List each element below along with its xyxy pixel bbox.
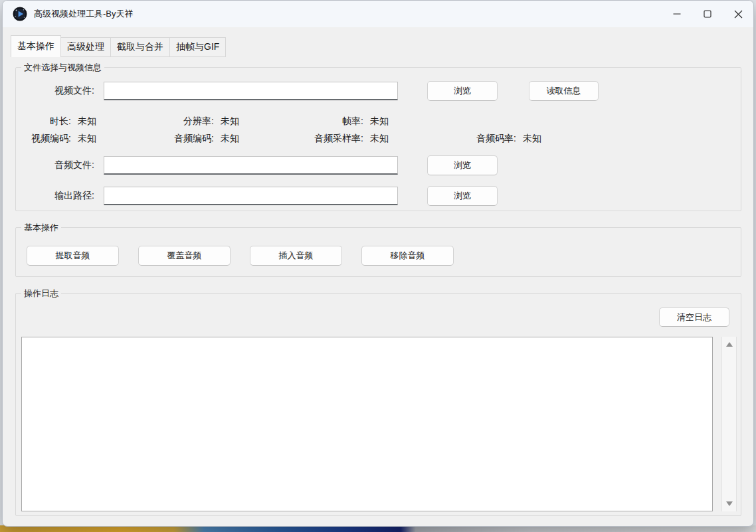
minimize-button[interactable] bbox=[662, 1, 692, 27]
resolution-label: 分辨率: bbox=[164, 116, 214, 128]
operation-log-group-title: 操作日志 bbox=[21, 288, 61, 299]
basic-operations-group: 基本操作 提取音频 覆盖音频 插入音频 移除音频 bbox=[15, 227, 741, 277]
framerate-label: 帧率: bbox=[307, 116, 363, 128]
log-textarea[interactable] bbox=[21, 337, 713, 511]
maximize-button[interactable] bbox=[692, 1, 723, 27]
extract-audio-button[interactable]: 提取音频 bbox=[27, 246, 119, 266]
audio-file-browse-button[interactable]: 浏览 bbox=[427, 155, 498, 175]
resolution-field: 分辨率: 未知 bbox=[164, 116, 307, 128]
video-info-row-1: 时长: 未知 分辨率: 未知 帧率: 未知 bbox=[21, 115, 735, 128]
audio-codec-field: 音频编码: 未知 bbox=[164, 133, 307, 145]
basic-operations-group-title: 基本操作 bbox=[21, 222, 61, 233]
video-file-browse-button[interactable]: 浏览 bbox=[427, 81, 498, 101]
tab-bar: 基本操作 高级处理 截取与合并 抽帧与GIF bbox=[3, 35, 753, 57]
app-icon bbox=[13, 7, 27, 21]
window-title: 高级视频处理工具-By天祥 bbox=[34, 8, 134, 20]
window-controls bbox=[662, 1, 753, 27]
titlebar: 高级视频处理工具-By天祥 bbox=[3, 1, 753, 27]
video-file-input[interactable] bbox=[104, 82, 398, 100]
output-path-row: 输出路径: 浏览 bbox=[21, 186, 735, 206]
video-codec-label: 视频编码: bbox=[21, 133, 71, 145]
audio-codec-value: 未知 bbox=[221, 133, 239, 145]
tab-cut-and-merge[interactable]: 截取与合并 bbox=[111, 37, 170, 57]
video-file-row: 视频文件: 浏览 读取信息 bbox=[21, 81, 735, 101]
framerate-field: 帧率: 未知 bbox=[307, 116, 460, 128]
insert-audio-button[interactable]: 插入音频 bbox=[250, 246, 342, 266]
audio-file-label: 音频文件: bbox=[21, 159, 94, 171]
audio-bitrate-label: 音频码率: bbox=[460, 133, 516, 145]
close-button[interactable] bbox=[723, 1, 753, 27]
audio-samplerate-field: 音频采样率: 未知 bbox=[307, 133, 460, 145]
duration-value: 未知 bbox=[78, 116, 96, 128]
operations-button-row: 提取音频 覆盖音频 插入音频 移除音频 bbox=[27, 246, 735, 266]
clear-log-button[interactable]: 清空日志 bbox=[659, 308, 729, 327]
read-info-button[interactable]: 读取信息 bbox=[529, 81, 599, 101]
scrollbar-up-arrow-icon[interactable] bbox=[726, 342, 733, 347]
audio-bitrate-value: 未知 bbox=[523, 133, 541, 145]
audio-codec-label: 音频编码: bbox=[164, 133, 214, 145]
tab-frames-and-gif[interactable]: 抽帧与GIF bbox=[170, 37, 226, 57]
video-codec-value: 未知 bbox=[78, 133, 96, 145]
audio-file-row: 音频文件: 浏览 bbox=[21, 155, 735, 175]
log-toolbar: 清空日志 bbox=[16, 294, 741, 327]
file-selection-group: 文件选择与视频信息 视频文件: 浏览 读取信息 时长: 未知 分辨率: 未知 帧… bbox=[15, 67, 741, 211]
video-codec-field: 视频编码: 未知 bbox=[21, 133, 164, 145]
tab-advanced-processing[interactable]: 高级处理 bbox=[61, 37, 111, 57]
app-window: 高级视频处理工具-By天祥 基本操作 高级处理 截取与合并 抽帧与GIF 文件选 bbox=[2, 0, 754, 527]
log-scrollbar[interactable] bbox=[721, 337, 737, 511]
output-path-browse-button[interactable]: 浏览 bbox=[427, 186, 498, 206]
audio-file-input[interactable] bbox=[104, 156, 398, 175]
tab-panel-basic-operations: 文件选择与视频信息 视频文件: 浏览 读取信息 时长: 未知 分辨率: 未知 帧… bbox=[3, 67, 753, 516]
framerate-value: 未知 bbox=[370, 116, 389, 128]
remove-audio-button[interactable]: 移除音频 bbox=[361, 246, 454, 266]
scrollbar-down-arrow-icon[interactable] bbox=[726, 501, 733, 506]
log-body bbox=[21, 337, 741, 511]
audio-bitrate-field: 音频码率: 未知 bbox=[460, 133, 613, 145]
operation-log-group: 操作日志 清空日志 bbox=[15, 293, 741, 516]
tab-basic-operations[interactable]: 基本操作 bbox=[11, 35, 61, 57]
replace-audio-button[interactable]: 覆盖音频 bbox=[138, 246, 231, 266]
output-path-label: 输出路径: bbox=[21, 190, 94, 202]
duration-label: 时长: bbox=[21, 116, 71, 128]
resolution-value: 未知 bbox=[221, 116, 239, 128]
video-info-row-2: 视频编码: 未知 音频编码: 未知 音频采样率: 未知 音频码率: 未知 bbox=[21, 132, 735, 145]
audio-samplerate-label: 音频采样率: bbox=[307, 133, 363, 145]
duration-field: 时长: 未知 bbox=[21, 116, 164, 128]
video-file-label: 视频文件: bbox=[21, 85, 94, 97]
file-selection-group-title: 文件选择与视频信息 bbox=[21, 62, 104, 73]
output-path-input[interactable] bbox=[104, 187, 398, 205]
audio-samplerate-value: 未知 bbox=[370, 133, 389, 145]
